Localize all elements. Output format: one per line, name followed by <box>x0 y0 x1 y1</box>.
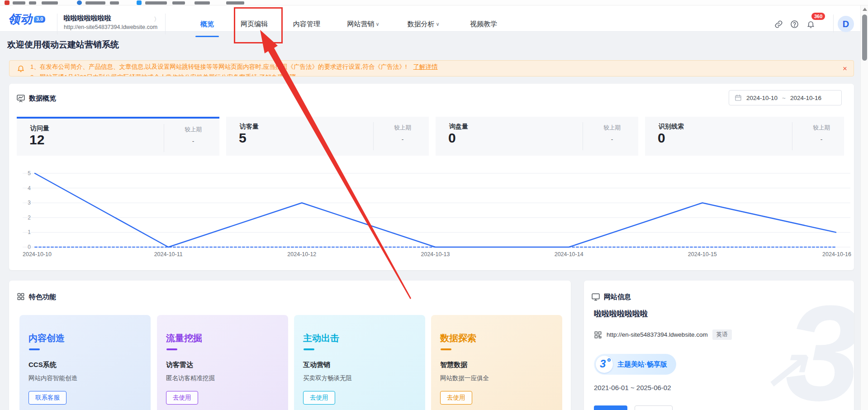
stat-card-leads[interactable]: 识别线索 0 较上期 - <box>645 117 844 156</box>
bookmark-label-fragment[interactable] <box>110 1 119 5</box>
site-validity-period: 2021-06-01 ~ 2025-06-02 <box>594 384 671 391</box>
accent-dash <box>441 348 451 350</box>
section-title: 网站信息 <box>604 293 631 301</box>
svg-text:5: 5 <box>28 170 31 176</box>
banner-detail-link[interactable]: 了解详情 <box>413 63 438 70</box>
date-start: 2024-10-10 <box>746 95 778 101</box>
data-overview-card: 数据概览 2024-10-10 ~ 2024-10-16 访问量 12 较上期 … <box>9 84 854 270</box>
chevron-down-icon: ∨ <box>436 11 439 37</box>
site-info-card: 3↗ 网站信息 啦啦啦啦啦啦啦 http://en-site54837394.l… <box>584 281 854 410</box>
date-range-picker[interactable]: 2024-10-10 ~ 2024-10-16 <box>729 90 842 105</box>
app-logo[interactable]: 领动 3.0 <box>8 12 45 25</box>
bookmark-label-fragment[interactable] <box>29 1 36 5</box>
tab-page-editor[interactable]: 网页编辑 <box>240 11 269 37</box>
banner-text-scroller: 1、在发布公司简介、产品信息、文章信息,以及设置网站跳转链接等等网站页面内容时,… <box>30 63 826 76</box>
site-info-header: 网站信息 <box>591 292 631 301</box>
tab-data-analysis[interactable]: 数据分析∨ <box>406 11 441 37</box>
bookmark-favicon[interactable] <box>5 0 9 5</box>
svg-text:2024-10-12: 2024-10-12 <box>287 251 316 257</box>
notification-count-badge[interactable]: 360 <box>811 13 825 20</box>
language-tag: 英语 <box>712 329 732 340</box>
banner-bell-icon <box>17 64 25 72</box>
close-icon[interactable]: × <box>843 65 847 73</box>
accent-dash <box>166 348 177 350</box>
site-primary-button[interactable] <box>594 405 627 410</box>
bookmark-label-fragment[interactable] <box>145 1 167 5</box>
svg-text:1: 1 <box>28 229 31 235</box>
scrollbar-thumb[interactable] <box>862 14 867 61</box>
bookmark-label-fragment[interactable] <box>42 1 58 5</box>
monitor-icon <box>591 292 600 301</box>
qr-code-icon[interactable] <box>594 331 602 339</box>
section-title: 特色功能 <box>29 293 56 301</box>
svg-text:2024-10-16: 2024-10-16 <box>822 251 851 257</box>
banner-line-2: 2、网站开通1月起30日内到公司实际经营地或个人常住地公安机关履行公安备案手续,… <box>30 73 826 76</box>
bookmark-label-fragment[interactable] <box>85 1 105 5</box>
watermark-logo: 3↗ <box>785 285 854 410</box>
site-name: 啦啦啦啦啦啦啦 <box>594 309 648 319</box>
svg-text:2: 2 <box>28 215 31 221</box>
accent-dash <box>29 348 40 350</box>
bookmark-favicon[interactable] <box>137 0 142 5</box>
grid-icon <box>16 292 25 301</box>
tab-content-management[interactable]: 内容管理 <box>292 11 321 37</box>
go-use-button[interactable]: 去使用 <box>166 391 198 405</box>
calendar-icon <box>735 94 742 101</box>
bookmark-label-fragment[interactable] <box>226 1 244 5</box>
svg-text:3: 3 <box>28 200 31 206</box>
user-avatar[interactable]: D <box>838 16 854 32</box>
date-end: 2024-10-16 <box>790 95 821 101</box>
plan-badge[interactable]: 3 主题美站·畅享版 <box>594 354 676 375</box>
tab-site-marketing[interactable]: 网站营销∨ <box>346 11 381 37</box>
feature-card-active-outreach[interactable]: 主动出击 互动营销 买卖双方畅谈无阻 去使用 <box>294 315 425 410</box>
bookmark-favicon[interactable] <box>77 0 82 5</box>
site-secondary-button[interactable] <box>635 405 673 410</box>
svg-text:0: 0 <box>28 244 31 250</box>
svg-text:2024-10-14: 2024-10-14 <box>555 251 583 257</box>
help-icon[interactable] <box>790 20 799 29</box>
feature-card-content-creation[interactable]: 内容创造 CCS系统 网站内容智能创造 联系客服 <box>19 315 151 410</box>
visits-line-chart: 0123452024-10-102024-10-112024-10-122024… <box>9 163 854 260</box>
contact-support-button[interactable]: 联系客服 <box>28 391 66 405</box>
browser-scrollbar[interactable] <box>860 5 868 410</box>
bookmark-label-fragment[interactable] <box>172 1 185 5</box>
stat-card-inquiries[interactable]: 询盘量 0 较上期 - <box>436 117 638 156</box>
site-switcher-name[interactable]: 啦啦啦啦啦啦啦 <box>64 14 111 23</box>
svg-text:2024-10-10: 2024-10-10 <box>23 251 52 257</box>
scroll-up-arrow[interactable] <box>863 8 867 11</box>
svg-text:2024-10-15: 2024-10-15 <box>688 251 717 257</box>
top-navigation-bar: 领动 3.0 啦啦啦啦啦啦啦 〉 http://en-site54837394.… <box>0 5 868 32</box>
stat-card-visits[interactable]: 访问量 12 较上期 - <box>17 117 219 156</box>
notice-banner: 1、在发布公司简介、产品信息、文章信息,以及设置网站跳转链接等等网站页面内容时,… <box>9 60 854 76</box>
stat-card-visitors[interactable]: 访客量 5 较上期 - <box>226 117 429 156</box>
logo-text: 领动 <box>8 13 33 25</box>
bookmark-label-fragment[interactable] <box>13 1 25 5</box>
plan-name: 主题美站·畅享版 <box>617 360 667 369</box>
logo-version-badge: 3.0 <box>34 16 45 23</box>
chevron-right-icon[interactable]: 〉 <box>154 15 160 24</box>
section-title: 数据概览 <box>29 94 56 103</box>
link-icon[interactable] <box>774 20 783 29</box>
tab-overview[interactable]: 概览 <box>194 11 220 37</box>
accent-dash <box>304 348 314 350</box>
divider <box>833 14 834 33</box>
feature-card-data-exploration[interactable]: 数据探索 智慧数据 网站数据一应俱全 去使用 <box>431 315 562 410</box>
site-url[interactable]: http://en-site54837394.ldwebsite.com <box>607 331 708 338</box>
banner-line-1: 1、在发布公司简介、产品信息、文章信息,以及设置网站跳转链接等等网站页面内容时,… <box>30 63 826 71</box>
bookmark-label-fragment[interactable] <box>194 1 210 5</box>
bell-icon[interactable] <box>806 20 815 29</box>
chart-board-icon <box>16 94 25 103</box>
divider <box>165 14 166 34</box>
site-url-text: http://en-site54837394.ldwebsite.com <box>64 24 157 30</box>
tab-video-tutorials[interactable]: 视频教学 <box>469 11 498 37</box>
svg-text:4: 4 <box>28 185 31 191</box>
data-overview-header: 数据概览 <box>16 94 56 103</box>
svg-text:2024-10-11: 2024-10-11 <box>154 251 183 257</box>
features-header: 特色功能 <box>16 292 56 301</box>
go-use-button[interactable]: 去使用 <box>303 391 335 405</box>
feature-card-traffic-mining[interactable]: 流量挖掘 访客雷达 匿名访客精准挖掘 去使用 <box>157 315 288 410</box>
page-title: 欢迎使用领动云建站营销系统 <box>7 39 119 51</box>
go-use-button[interactable]: 去使用 <box>440 391 472 405</box>
browser-bookmarks-strip <box>0 0 868 5</box>
svg-text:2024-10-13: 2024-10-13 <box>421 251 450 257</box>
